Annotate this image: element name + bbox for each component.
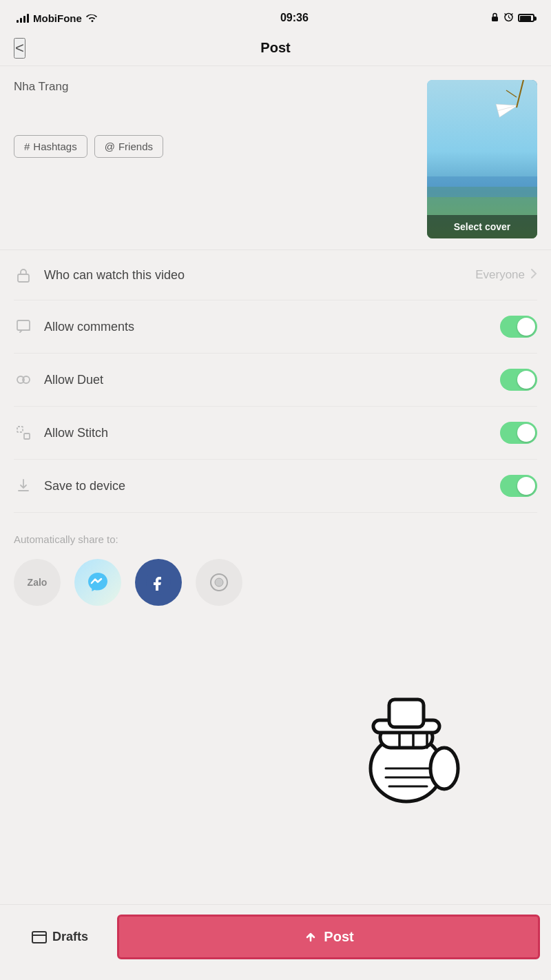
- save-to-device-label: Save to device: [44, 479, 125, 493]
- svg-rect-14: [24, 433, 30, 439]
- battery-icon: [518, 14, 534, 22]
- alarm-icon: [503, 12, 514, 25]
- share-section: Automatically share to: Zalo: [0, 513, 551, 620]
- caption-input[interactable]: Nha Trang: [14, 80, 416, 121]
- svg-point-15: [371, 735, 442, 802]
- friends-label: Friends: [118, 141, 153, 152]
- allow-comments-toggle[interactable]: [500, 316, 537, 338]
- carrier-label: MobiFone: [33, 12, 82, 24]
- svg-rect-21: [373, 720, 439, 733]
- allow-comments-row[interactable]: Allow comments: [14, 300, 537, 354]
- hashtag-label: Hashtags: [33, 141, 76, 152]
- top-nav: < Post: [0, 33, 551, 66]
- setting-left: Allow comments: [14, 317, 134, 336]
- save-to-device-toggle[interactable]: [500, 475, 537, 497]
- svg-point-33: [310, 936, 312, 938]
- toggle-knob: [517, 477, 535, 495]
- allow-duet-label: Allow Duet: [44, 373, 103, 387]
- signal-bar-3: [23, 16, 25, 23]
- share-zalo-button[interactable]: Zalo: [14, 559, 61, 606]
- setting-left: Save to device: [14, 476, 125, 496]
- friends-button[interactable]: @ Friends: [94, 135, 163, 158]
- status-right: [490, 12, 534, 25]
- signal-bar-1: [17, 20, 19, 23]
- svg-point-16: [430, 748, 458, 789]
- setting-left: Allow Stitch: [14, 423, 108, 442]
- hashtag-button[interactable]: # Hashtags: [14, 135, 87, 158]
- svg-rect-9: [18, 274, 29, 282]
- status-left: MobiFone: [17, 12, 98, 24]
- setting-left: Allow Duet: [14, 370, 103, 389]
- wifi-icon: [86, 12, 98, 24]
- svg-rect-31: [32, 932, 46, 943]
- caption-left: Nha Trang # Hashtags @ Friends: [14, 80, 427, 158]
- share-icons: Zalo: [14, 559, 537, 606]
- signal-bar-4: [27, 14, 29, 23]
- tag-buttons: # Hashtags @ Friends: [14, 135, 416, 158]
- share-label: Automatically share to:: [14, 533, 537, 545]
- share-message-button[interactable]: [196, 559, 242, 606]
- allow-comments-label: Allow comments: [44, 320, 134, 334]
- caption-area: Nha Trang # Hashtags @ Friends: [0, 66, 551, 250]
- zalo-label: Zalo: [28, 577, 48, 588]
- comment-icon: [14, 317, 33, 336]
- svg-rect-4: [427, 176, 537, 197]
- back-button[interactable]: <: [14, 38, 25, 59]
- everyone-value: Everyone: [475, 268, 525, 282]
- bottom-bar: Drafts Post: [0, 904, 551, 980]
- allow-stitch-row[interactable]: Allow Stitch: [14, 407, 537, 460]
- lock-setting-icon: [14, 265, 33, 285]
- settings-section: Who can watch this video Everyone Allow …: [0, 250, 551, 513]
- lock-icon: [490, 12, 499, 25]
- status-bar: MobiFone 09:36: [0, 0, 551, 33]
- setting-right: Everyone: [475, 268, 537, 283]
- select-cover-overlay[interactable]: Select cover: [427, 215, 537, 238]
- toggle-knob: [517, 371, 535, 389]
- drafts-button[interactable]: Drafts: [11, 917, 109, 957]
- allow-stitch-toggle[interactable]: [500, 422, 537, 444]
- post-button[interactable]: Post: [117, 915, 540, 959]
- toggle-knob: [517, 318, 535, 336]
- svg-rect-10: [17, 320, 30, 330]
- who-can-watch-label: Who can watch this video: [44, 268, 185, 283]
- svg-rect-17: [380, 727, 433, 748]
- save-to-device-row[interactable]: Save to device: [14, 460, 537, 513]
- post-label: Post: [324, 929, 353, 945]
- allow-duet-row[interactable]: Allow Duet: [14, 354, 537, 407]
- signal-bar-2: [20, 18, 22, 23]
- signal-bars: [17, 13, 29, 23]
- svg-rect-0: [492, 17, 498, 21]
- cursor-overlay: [344, 662, 468, 813]
- toggle-knob: [517, 424, 535, 442]
- svg-rect-22: [389, 700, 424, 727]
- status-time: 09:36: [280, 12, 309, 24]
- setting-left: Who can watch this video: [14, 265, 185, 285]
- at-icon: @: [105, 141, 115, 152]
- drafts-label: Drafts: [52, 930, 88, 944]
- svg-rect-13: [17, 427, 23, 432]
- allow-duet-toggle[interactable]: [500, 369, 537, 391]
- download-icon: [14, 476, 33, 496]
- duet-icon: [14, 370, 33, 389]
- chevron-right-icon: [530, 268, 537, 283]
- who-can-watch-row[interactable]: Who can watch this video Everyone: [14, 250, 537, 300]
- share-messenger-button[interactable]: [74, 559, 121, 606]
- share-facebook-button[interactable]: [135, 559, 182, 606]
- caption-right: Select cover: [427, 80, 537, 238]
- page-title: Post: [260, 40, 290, 56]
- video-thumbnail[interactable]: Select cover: [427, 80, 537, 238]
- hashtag-icon: #: [24, 141, 30, 152]
- stitch-icon: [14, 423, 33, 442]
- allow-stitch-label: Allow Stitch: [44, 426, 108, 440]
